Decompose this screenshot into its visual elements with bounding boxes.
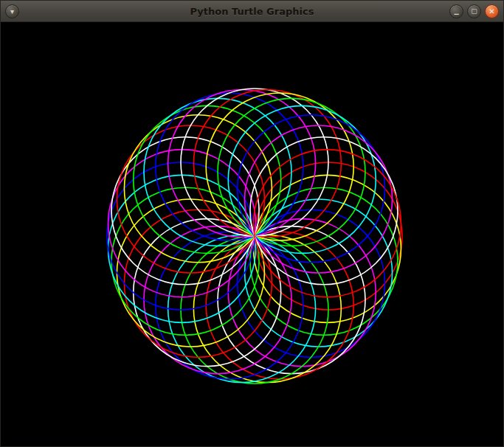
close-button[interactable]: ✕	[485, 4, 499, 18]
turtle-graphics-window: ▾ Python Turtle Graphics ▁ ▢ ✕	[0, 0, 504, 447]
window-title: Python Turtle Graphics	[1, 6, 503, 17]
maximize-button[interactable]: ▢	[467, 4, 481, 18]
minimize-button[interactable]: ▁	[449, 4, 463, 18]
spirograph-drawing	[1, 22, 503, 446]
window-controls-left: ▾	[5, 4, 19, 18]
window-menu-icon: ▾	[10, 7, 14, 15]
titlebar[interactable]: ▾ Python Turtle Graphics ▁ ▢ ✕	[1, 1, 503, 22]
close-icon: ✕	[489, 7, 494, 15]
minimize-icon: ▁	[454, 8, 458, 14]
maximize-icon: ▢	[471, 8, 477, 15]
window-controls-right: ▁ ▢ ✕	[449, 4, 499, 18]
window-menu-button[interactable]: ▾	[5, 4, 19, 18]
turtle-canvas	[1, 22, 503, 446]
